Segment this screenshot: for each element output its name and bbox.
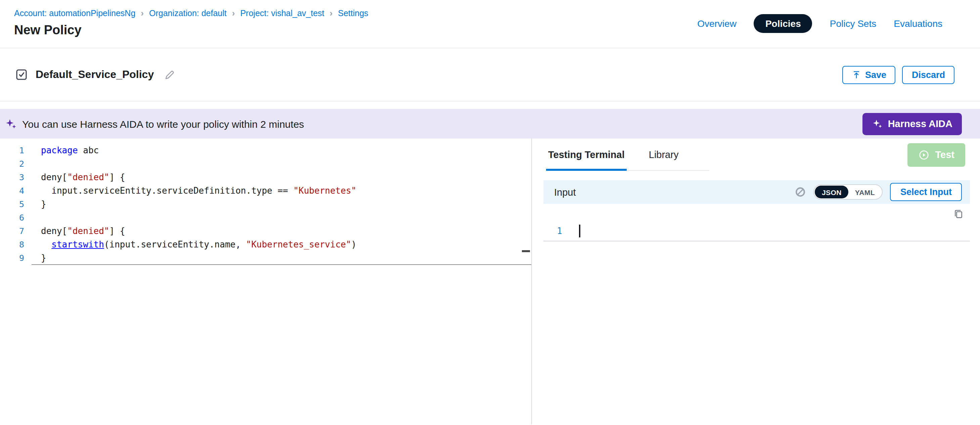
header-left: Account: automationPipelinesNg › Organiz… xyxy=(14,8,368,38)
harness-aida-button[interactable]: Harness AIDA xyxy=(862,113,962,135)
nav-evaluations[interactable]: Evaluations xyxy=(894,18,942,29)
toolbar-actions: Save Discard xyxy=(842,66,955,84)
nav-policies[interactable]: Policies xyxy=(754,14,812,33)
code-text: deny["denied"] { xyxy=(32,225,125,238)
format-option-json[interactable]: JSON xyxy=(815,185,848,198)
code-line[interactable]: 2 xyxy=(0,157,531,171)
save-button[interactable]: Save xyxy=(842,66,896,84)
input-label: Input xyxy=(554,187,576,197)
text-cursor xyxy=(579,225,580,237)
input-line-number: 1 xyxy=(543,226,562,236)
overview-ruler-marker xyxy=(522,250,530,252)
line-number: 3 xyxy=(0,171,32,184)
slash-circle-icon[interactable] xyxy=(795,186,807,198)
code-text xyxy=(32,211,41,225)
new-policy-page: Account: automationPipelinesNg › Organiz… xyxy=(0,0,980,425)
code-line[interactable]: 7deny["denied"] { xyxy=(0,225,531,238)
upload-arrow-icon xyxy=(852,70,861,79)
code-lines: 1package abc23deny["denied"] {4 input.se… xyxy=(0,144,531,265)
line-number: 6 xyxy=(0,211,32,225)
policy-title-group: Default_Service_Policy xyxy=(15,68,175,81)
aida-sparkle-icon xyxy=(5,118,17,130)
select-input-button[interactable]: Select Input xyxy=(890,183,962,201)
play-circle-icon xyxy=(918,149,930,160)
aida-banner: You can use Harness AIDA to write your p… xyxy=(0,109,980,139)
code-line[interactable]: 8 startswith(input.serviceEntity.name, "… xyxy=(0,238,531,251)
code-line[interactable]: 6 xyxy=(0,211,531,225)
code-text: startswith(input.serviceEntity.name, "Ku… xyxy=(32,238,356,251)
chevron-right-icon: › xyxy=(141,8,144,18)
line-number: 4 xyxy=(0,184,32,198)
line-number: 5 xyxy=(0,198,32,211)
code-text: package abc xyxy=(32,144,99,157)
test-button[interactable]: Test xyxy=(908,143,966,166)
page-title: New Policy xyxy=(14,23,368,38)
testing-panel: Testing Terminal Library Test Input xyxy=(532,139,980,424)
code-line[interactable]: 4 input.serviceEntity.serviceDefinition.… xyxy=(0,184,531,198)
tab-testing-terminal[interactable]: Testing Terminal xyxy=(548,139,625,170)
breadcrumb-organization[interactable]: Organization: default xyxy=(149,8,227,18)
breadcrumb-account[interactable]: Account: automationPipelinesNg xyxy=(14,8,135,18)
copy-icon[interactable] xyxy=(953,208,964,219)
input-controls: JSON YAML Select Input xyxy=(795,183,962,201)
policy-code-editor[interactable]: 1package abc23deny["denied"] {4 input.se… xyxy=(0,139,532,424)
breadcrumb-project[interactable]: Project: vishal_av_test xyxy=(240,8,324,18)
breadcrumb-settings[interactable]: Settings xyxy=(338,8,368,18)
test-button-label: Test xyxy=(935,149,955,160)
page-header: Account: automationPipelinesNg › Organiz… xyxy=(0,0,980,48)
nav-policy-sets[interactable]: Policy Sets xyxy=(830,18,877,29)
edit-pencil-icon[interactable] xyxy=(164,69,175,80)
input-editor[interactable]: 1 xyxy=(543,204,970,241)
aida-button-label: Harness AIDA xyxy=(888,118,953,129)
line-number: 9 xyxy=(0,251,32,265)
line-number: 8 xyxy=(0,238,32,251)
code-text: input.serviceEntity.serviceDefinition.ty… xyxy=(32,184,356,198)
breadcrumb: Account: automationPipelinesNg › Organiz… xyxy=(14,8,368,18)
policy-name: Default_Service_Policy xyxy=(36,69,154,81)
format-toggle: JSON YAML xyxy=(814,184,883,200)
code-text: deny["denied"] { xyxy=(32,171,125,184)
policy-check-icon xyxy=(15,68,28,81)
testing-tabs: Testing Terminal Library xyxy=(548,139,709,171)
code-line[interactable]: 9} xyxy=(0,251,531,265)
chevron-right-icon: › xyxy=(232,8,235,18)
aida-button-sparkle-icon xyxy=(872,118,883,129)
code-text: } xyxy=(32,251,46,265)
save-label: Save xyxy=(865,70,886,80)
code-text xyxy=(32,157,41,171)
code-line[interactable]: 1package abc xyxy=(0,144,531,157)
discard-label: Discard xyxy=(912,70,945,80)
testing-tabs-row: Testing Terminal Library Test xyxy=(532,139,980,171)
chevron-right-icon: › xyxy=(330,8,333,18)
line-number: 1 xyxy=(0,144,32,157)
tab-library[interactable]: Library xyxy=(649,139,679,170)
format-option-yaml[interactable]: YAML xyxy=(848,185,881,198)
code-line[interactable]: 3deny["denied"] { xyxy=(0,171,531,184)
code-text: } xyxy=(32,198,46,211)
aida-banner-message: You can use Harness AIDA to write your p… xyxy=(22,118,304,129)
nav-overview[interactable]: Overview xyxy=(697,18,737,29)
code-line[interactable]: 5} xyxy=(0,198,531,211)
discard-button[interactable]: Discard xyxy=(902,66,955,84)
policy-toolbar: Default_Service_Policy Save Dis xyxy=(0,48,980,102)
header-nav: Overview Policies Policy Sets Evaluation… xyxy=(697,14,942,33)
input-section-header: Input JSON YAML Select Input xyxy=(543,180,970,204)
line-number: 2 xyxy=(0,157,32,171)
main-content: 1package abc23deny["denied"] {4 input.se… xyxy=(0,139,980,424)
line-number: 7 xyxy=(0,225,32,238)
input-editor-line[interactable]: 1 xyxy=(543,221,970,241)
